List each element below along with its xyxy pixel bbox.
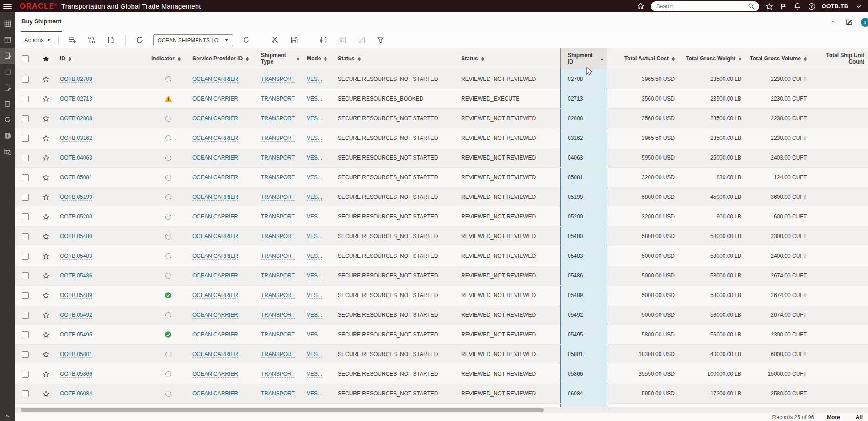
column-header-mode[interactable]: Mode: [303, 48, 334, 69]
mode-link[interactable]: VES...: [307, 371, 322, 378]
document-edit-icon[interactable]: [0, 80, 15, 96]
service_provider-link[interactable]: OCEAN CARRIER: [192, 213, 238, 220]
sync-icon[interactable]: [133, 34, 147, 47]
id-link[interactable]: OOTB.02708: [60, 76, 92, 83]
mode-link[interactable]: VES...: [307, 351, 322, 358]
id-link[interactable]: OOTB.04063: [60, 155, 92, 161]
row-checkbox[interactable]: [22, 213, 29, 220]
shipment_type-link[interactable]: TRANSPORT: [261, 96, 295, 102]
all-button[interactable]: All: [856, 414, 863, 421]
table-search-icon[interactable]: [0, 144, 15, 160]
row-checkbox[interactable]: [22, 115, 29, 122]
bulk-actions-icon[interactable]: [85, 34, 99, 47]
service_provider-link[interactable]: OCEAN CARRIER: [192, 371, 238, 378]
favorite-star-icon[interactable]: [42, 75, 50, 83]
tab-buy-shipment[interactable]: Buy Shipment: [21, 12, 62, 32]
column-header-status2[interactable]: Status: [458, 48, 560, 69]
row-checkbox[interactable]: [22, 76, 29, 83]
id-link[interactable]: OOTB.02713: [60, 96, 92, 102]
expand-rail-icon[interactable]: »: [0, 412, 15, 419]
shipment_type-link[interactable]: TRANSPORT: [261, 213, 295, 220]
service_provider-link[interactable]: OCEAN CARRIER: [192, 390, 238, 397]
shipment_type-link[interactable]: TRANSPORT: [261, 371, 295, 378]
shipment_type-link[interactable]: TRANSPORT: [261, 76, 295, 83]
menu-icon[interactable]: [0, 0, 15, 12]
shipment_type-link[interactable]: TRANSPORT: [261, 331, 295, 338]
add-to-list-icon[interactable]: [66, 34, 80, 47]
id-link[interactable]: OOTB.05495: [60, 331, 92, 338]
row-checkbox[interactable]: [22, 272, 29, 279]
row-checkbox[interactable]: [22, 135, 29, 142]
favorite-star-icon[interactable]: [42, 134, 50, 142]
edit-page-icon[interactable]: [845, 18, 852, 26]
favorite-star-icon[interactable]: [42, 252, 50, 260]
export-icon[interactable]: [316, 34, 330, 47]
horizontal-scrollbar[interactable]: [15, 407, 868, 413]
shipment_type-link[interactable]: TRANSPORT: [261, 135, 295, 142]
service_provider-link[interactable]: OCEAN CARRIER: [192, 331, 238, 338]
mode-link[interactable]: VES...: [307, 312, 322, 319]
empty-indicator-icon[interactable]: [165, 76, 171, 82]
collapse-icon[interactable]: [830, 18, 837, 26]
favorite-star-icon[interactable]: [42, 331, 50, 339]
save-icon[interactable]: [288, 34, 301, 47]
refresh-rail-icon[interactable]: [0, 112, 15, 128]
cut-icon[interactable]: [268, 34, 282, 47]
column-header-total_gross_weight[interactable]: Total Gross Weight: [678, 48, 745, 69]
row-checkbox[interactable]: [22, 233, 29, 240]
row-checkbox[interactable]: [22, 371, 29, 378]
mode-link[interactable]: VES...: [307, 194, 322, 201]
empty-indicator-icon[interactable]: [165, 273, 171, 279]
empty-indicator-icon[interactable]: [165, 214, 171, 220]
search-icon[interactable]: [747, 2, 756, 11]
empty-indicator-icon[interactable]: [165, 253, 171, 259]
favorite-star-icon[interactable]: [42, 233, 50, 240]
id-link[interactable]: OOTB.05480: [60, 233, 92, 240]
refresh-icon[interactable]: [240, 34, 253, 47]
shipment_type-link[interactable]: TRANSPORT: [261, 174, 295, 181]
empty-indicator-icon[interactable]: [165, 194, 171, 200]
copy-icon[interactable]: [0, 64, 15, 80]
favorite-star-icon[interactable]: [42, 174, 50, 181]
service_provider-link[interactable]: OCEAN CARRIER: [192, 233, 238, 240]
favorite-star-icon[interactable]: [42, 95, 50, 103]
user-menu-chevron-icon[interactable]: [854, 2, 863, 11]
mode-link[interactable]: VES...: [307, 76, 322, 83]
flag-icon[interactable]: [779, 2, 788, 11]
notifications-bell-icon[interactable]: [793, 2, 802, 11]
mode-link[interactable]: VES...: [307, 233, 322, 240]
select-all-checkbox[interactable]: [22, 55, 29, 62]
filter-icon[interactable]: [374, 34, 388, 47]
id-link[interactable]: OOTB.05483: [60, 253, 92, 260]
service_provider-link[interactable]: OCEAN CARRIER: [192, 155, 238, 161]
service_provider-link[interactable]: OCEAN CARRIER: [192, 351, 238, 358]
shipment_type-link[interactable]: TRANSPORT: [261, 351, 295, 358]
page-info-icon[interactable]: i: [861, 18, 868, 27]
service_provider-link[interactable]: OCEAN CARRIER: [192, 194, 238, 201]
shipment_type-link[interactable]: TRANSPORT: [261, 115, 295, 122]
info-rail-icon[interactable]: [0, 128, 15, 144]
favorite-star-icon[interactable]: [42, 272, 50, 280]
favorite-star-icon[interactable]: [42, 115, 50, 123]
service_provider-link[interactable]: OCEAN CARRIER: [192, 115, 238, 122]
column-header-total_gross_volume[interactable]: Total Gross Volume: [745, 48, 810, 69]
sort-icon[interactable]: [739, 57, 741, 61]
mode-link[interactable]: VES...: [307, 331, 322, 338]
row-checkbox[interactable]: [22, 253, 29, 260]
mode-link[interactable]: VES...: [307, 135, 322, 142]
id-link[interactable]: OOTB.05489: [60, 292, 92, 299]
shipment_type-link[interactable]: TRANSPORT: [261, 233, 295, 240]
sort-icon[interactable]: [178, 57, 181, 61]
id-link[interactable]: OOTB.05866: [60, 371, 92, 378]
favorite-star-icon[interactable]: [42, 351, 50, 358]
id-link[interactable]: OOTB.05801: [60, 351, 92, 358]
warning-indicator-icon[interactable]: [165, 95, 172, 102]
column-header-service_provider[interactable]: Service Provider ID: [189, 48, 257, 69]
mode-link[interactable]: VES...: [307, 253, 322, 260]
favorite-star-icon[interactable]: [42, 311, 50, 319]
favorite-star-icon[interactable]: [42, 213, 50, 221]
search-input[interactable]: [656, 3, 747, 10]
workbench-icon[interactable]: [0, 32, 15, 48]
row-checkbox[interactable]: [22, 292, 29, 299]
empty-indicator-icon[interactable]: [165, 391, 171, 397]
